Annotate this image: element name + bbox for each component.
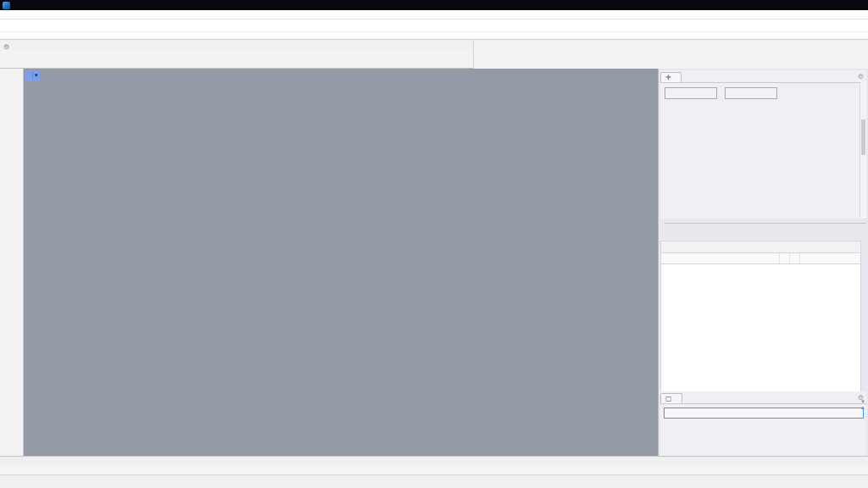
scroll-down-icon[interactable]: ▼ [860,399,865,404]
view-tabs [0,456,868,465]
building-model[interactable] [24,69,658,456]
reset-button[interactable] [725,87,777,99]
tab-box-edit[interactable]: ✛ [660,72,682,82]
layer-toolbar [660,241,861,252]
edit-shading-settings-button[interactable] [664,408,864,419]
chevron-down-icon[interactable]: ▾ [32,72,38,79]
scrollbar[interactable] [860,82,866,219]
command-history[interactable] [0,19,868,31]
apply-button[interactable] [665,87,717,99]
layer-list[interactable] [660,264,861,397]
panel-tab-icons [660,227,866,241]
viewport-title[interactable]: ▾ [25,70,40,80]
window-titlebar [0,0,868,10]
layer-list-header [660,252,861,264]
scroll-up-icon[interactable]: ▲ [860,405,865,410]
gear-icon[interactable]: ⚙ [0,43,13,51]
left-toolbar [0,69,24,456]
sync-toolbar [473,40,868,69]
viewport[interactable]: ▾ [24,69,658,456]
box-edit-panel: ✛ ⚙ [660,70,866,219]
layers-panel [660,219,866,385]
move-arrows-icon: ✛ [665,74,671,81]
command-area [0,19,868,40]
rhino-app-icon[interactable] [3,2,10,9]
menu-bar [0,10,868,19]
osnap-bar [0,465,868,474]
command-prompt-input[interactable] [0,31,868,32]
gear-icon[interactable]: ⚙ [858,73,864,80]
rhino-window: ⚙ ▾ ✛ ⚙ [0,0,868,488]
monitor-icon: ▢ [665,395,672,402]
status-bar [0,474,868,488]
right-panel: ✛ ⚙ [658,69,868,456]
tab-display[interactable]: ▢ [660,393,682,403]
